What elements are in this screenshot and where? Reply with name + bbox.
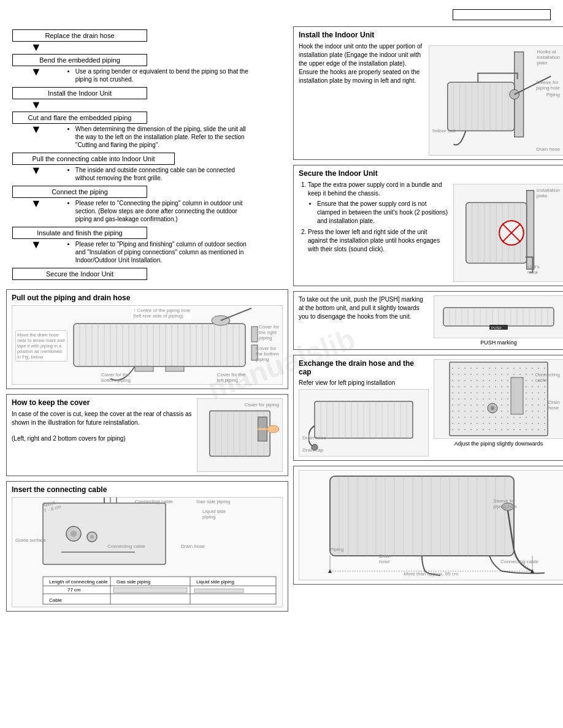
svg-text:Liquid side piping: Liquid side piping <box>196 579 234 585</box>
cover-right-label: Cover forthe rightpiping <box>259 324 279 341</box>
flow-arrow-6: ▼ <box>31 198 42 209</box>
secure-indoor-title: Secure the Indoor Unit <box>299 169 563 178</box>
push-out-diagram: PUSH <box>434 295 563 338</box>
flow-step-3: Install the Indoor Unit ▼ <box>12 87 282 110</box>
svg-point-54 <box>90 535 94 539</box>
secure-indoor-svg <box>454 184 563 282</box>
flow-arrow-5: ▼ <box>31 165 42 176</box>
pull-out-panel: Pull out the piping and drain hose <box>6 289 288 389</box>
secure-indoor-panel: Secure the Indoor Unit Tape the extra po… <box>293 165 563 286</box>
insert-cable-title: Insert the connecting cable <box>12 485 283 494</box>
secure-indoor-text: Tape the extra power supply cord in a bu… <box>299 181 448 282</box>
flow-arrow-1: ▼ <box>31 42 42 53</box>
gas-side-label: Gas side piping <box>196 499 230 504</box>
svg-text:Length of connecting cable: Length of connecting cable <box>49 579 108 585</box>
centre-label: ↑ Centre of the piping hole(left rear si… <box>132 307 191 319</box>
flow-note-5: The inside and outside connecting cable … <box>66 166 250 182</box>
flow-box-1: Replace the drain hose <box>12 29 147 42</box>
svg-rect-68 <box>448 82 515 131</box>
left-column: Replace the drain hose ▼ Bend the embedd… <box>6 26 288 616</box>
exchange-right-svg <box>443 359 554 439</box>
svg-point-45 <box>267 425 279 433</box>
flow-step-5: Pull the connecting cable into Indoor Un… <box>12 153 282 184</box>
exchange-content: Exchange the drain hose and the cap Refe… <box>299 359 563 457</box>
exchange-drain-title: Exchange the drain hose and the cap <box>299 359 429 376</box>
svg-rect-47 <box>43 503 166 564</box>
indoor-unit-label: Indoor unit <box>432 128 456 134</box>
insert-cable-svg: Length of connecting cable Gas side pipi… <box>12 497 282 607</box>
pull-out-title: Pull out the piping and drain hose <box>12 294 283 302</box>
flow-note-2: Use a spring bender or equivalent to ben… <box>66 67 250 83</box>
svg-rect-136 <box>511 377 523 414</box>
insert-cable-panel: Insert the connecting cable <box>6 481 288 612</box>
svg-text:Gas side piping: Gas side piping <box>117 579 150 585</box>
keep-cover-panel: How to keep the cover In case of the cov… <box>6 394 288 476</box>
pull-out-diagram: ↑ Centre of the piping hole(left rear si… <box>12 305 283 385</box>
push-out-content: To take out the unit, push the [PUSH] ma… <box>299 295 563 346</box>
push-out-svg: PUSH <box>437 295 560 338</box>
svg-marker-164 <box>328 569 332 573</box>
top-bar <box>6 6 557 23</box>
liquid-side-label: Liquid sidepiping <box>202 509 226 520</box>
flow-box-8: Secure the Indoor Unit <box>12 268 147 280</box>
outdoor-diagram-panel: Sleeve forpiping hole Drainhose Piping C… <box>293 466 563 585</box>
flowchart: Replace the drain hose ▼ Bend the embedd… <box>6 26 288 284</box>
flow-step-2: Bend the embedded piping ▼ Use a spring … <box>12 54 282 86</box>
svg-rect-65 <box>113 588 187 593</box>
push-label: PUSH marking <box>434 339 563 346</box>
flow-arrow-3: ▼ <box>31 99 42 110</box>
exchange-left-svg <box>308 389 419 457</box>
right-column: Install the Indoor Unit Hook the indoor … <box>293 26 563 616</box>
drain-hose-right-label: Drain hose <box>536 146 560 152</box>
connecting-cable2-label: Connecting cable <box>107 544 145 549</box>
secure-indoor-content: Tape the extra power supply cord in a bu… <box>299 181 563 282</box>
svg-text:77 cm: 77 cm <box>67 587 81 593</box>
install-indoor-title: Install the Indoor Unit <box>299 31 563 39</box>
install-indoor-diagram: Hooks atinstallationplate Sleeve forpipi… <box>429 45 563 156</box>
flow-step-6: Connect the piping ▼ Please refer to "Co… <box>12 186 282 226</box>
exchange-right-area: Connectingcable Drainhose Adjust the pip… <box>434 359 563 457</box>
outdoor-diagram: Sleeve forpiping hole Drainhose Piping C… <box>299 470 563 580</box>
flow-note-6: Please refer to "Connecting the piping" … <box>66 199 250 223</box>
flow-arrow-7: ▼ <box>31 239 42 250</box>
exchange-left-diagram: Drain cap Drain hose <box>299 389 429 457</box>
svg-rect-135 <box>450 363 547 435</box>
installation-plate-label: Installationplate <box>537 188 560 199</box>
secure-indoor-diagram: Installationplate Unit'shook <box>453 184 563 282</box>
units-hook-label: Unit'shook <box>527 264 540 275</box>
exchange-drain-panel: Exchange the drain hose and the cap Refe… <box>293 355 563 461</box>
flow-box-6: Connect the piping <box>12 186 147 198</box>
secure-steps-list: Tape the extra power supply cord in a bu… <box>299 181 448 254</box>
keep-cover-diagram: Cover for piping <box>197 398 283 472</box>
push-out-diagram-area: PUSH PUSH marking <box>434 295 563 346</box>
flow-arrow-2: ▼ <box>31 66 42 77</box>
flow-box-4: Cut and flare the embedded piping <box>12 112 147 124</box>
cover-bottom-label: Cover forthe bottompiping <box>256 346 279 362</box>
svg-point-52 <box>71 531 77 537</box>
guide-surface-label: Guide surface <box>15 537 46 543</box>
flow-box-5: Pull the connecting cable into Indoor Un… <box>12 153 175 165</box>
cover-piping-label: Cover for piping <box>245 402 279 408</box>
svg-line-29 <box>221 308 251 320</box>
flow-box-2: Bend the embedded piping <box>12 54 147 66</box>
drain-cap-label: Drain cap <box>302 447 323 453</box>
more-than-label: More than approx. 95 cm <box>404 571 459 577</box>
keep-cover-text-area: How to keep the cover In case of the cov… <box>12 398 192 472</box>
sleeve-label: Sleeve forpiping hole <box>536 80 560 91</box>
sleeve-outdoor-label: Sleeve forpiping hole <box>493 498 517 509</box>
drain-hose-cable-label: Drain hose <box>181 544 205 549</box>
hooks-label: Hooks atinstallationplate <box>537 49 560 66</box>
svg-text:Cable: Cable <box>49 597 62 603</box>
keep-cover-svg <box>197 398 282 472</box>
keep-cover-body: In case of the cover is cut, keep the co… <box>12 410 192 427</box>
svg-rect-33 <box>166 366 184 371</box>
install-indoor-panel: Install the Indoor Unit Hook the indoor … <box>293 26 563 160</box>
keep-cover-note: (Left, right and 2 bottom covers for pip… <box>12 434 192 443</box>
flow-step-8: Secure the Indoor Unit <box>12 268 282 280</box>
piping-right-label: Piping <box>546 92 560 97</box>
flow-note-4: When determining the dimension of the pi… <box>66 125 250 149</box>
insert-cable-diagram: Length of connecting cable Gas side pipi… <box>12 497 283 607</box>
install-indoor-content: Hook the indoor unit onto the upper port… <box>299 42 563 156</box>
top-bar-box <box>453 9 551 20</box>
exchange-refer: Refer view for left piping installation <box>299 379 429 386</box>
